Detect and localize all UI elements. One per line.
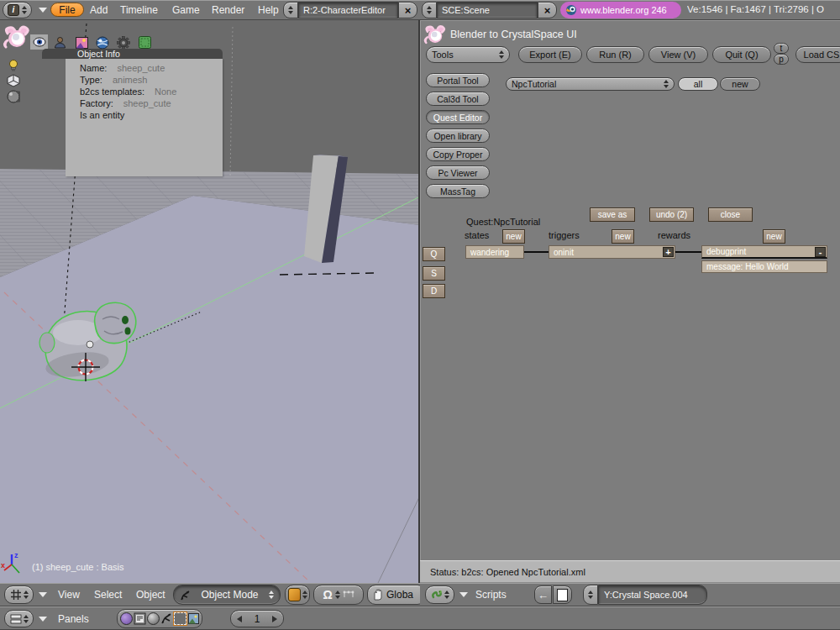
view3d-window-type-button[interactable]: [4, 585, 34, 604]
menu-render[interactable]: Render: [212, 4, 244, 16]
menu-object[interactable]: Object: [136, 589, 165, 601]
panels-menu[interactable]: Panels: [58, 613, 89, 625]
scripts-back-button[interactable]: ←: [534, 585, 552, 604]
menu-timeline[interactable]: Timeline: [120, 4, 158, 16]
frame-stepper[interactable]: 1: [230, 610, 284, 627]
buttons-collapse-triangle[interactable]: [39, 617, 47, 622]
expand-trigger-button[interactable]: +: [663, 247, 674, 257]
quest-selector-stepper[interactable]: [664, 80, 669, 88]
script-icon-actor[interactable]: [52, 35, 67, 50]
menubar-collapse-triangle[interactable]: [39, 8, 47, 13]
screen-close-button[interactable]: ×: [398, 2, 417, 18]
state-node[interactable]: wandering: [465, 245, 524, 259]
menu-help[interactable]: Help: [258, 4, 279, 16]
shading-context-icon[interactable]: [147, 612, 160, 625]
scene-close-button[interactable]: ×: [538, 2, 557, 18]
collapse-reward-button[interactable]: -: [815, 247, 826, 257]
window-type-stepper[interactable]: [22, 6, 27, 14]
script-icon-mesh[interactable]: [137, 35, 152, 50]
new-state-button[interactable]: new: [502, 229, 525, 244]
trigger-node[interactable]: oninit +: [549, 245, 675, 259]
copy-properties-button[interactable]: Copy Proper: [426, 147, 490, 161]
editing-context-icon[interactable]: [174, 612, 186, 625]
run-button[interactable]: Run (R): [586, 46, 644, 63]
scripts-collapse-triangle[interactable]: [459, 592, 468, 597]
panel-tab-object[interactable]: [7, 74, 20, 91]
masstag-button[interactable]: MassTag: [426, 184, 490, 198]
new-trigger-button[interactable]: new: [612, 229, 634, 244]
logic-context-icon[interactable]: [120, 612, 133, 625]
script-icon-eye[interactable]: [30, 34, 48, 50]
texture-context-icon[interactable]: [187, 612, 200, 625]
scripts-menu[interactable]: Scripts: [475, 589, 507, 601]
buttons-window-stepper[interactable]: [24, 615, 29, 623]
screen-selector[interactable]: R:2-CharacterEditor: [298, 2, 398, 18]
undo-button[interactable]: undo (2): [649, 207, 694, 222]
object-info-panel: Name:sheep_cute Type:animesh b2cs templa…: [66, 59, 223, 176]
menu-game[interactable]: Game: [172, 4, 200, 16]
menu-view[interactable]: View: [58, 589, 80, 601]
close-button[interactable]: close: [708, 207, 753, 222]
view3d-window-stepper[interactable]: [24, 591, 29, 599]
script-datablock[interactable]: Y:Crystal Space.004: [598, 585, 707, 605]
object-info-row: Is an entity: [66, 109, 223, 121]
scripts-window-stepper[interactable]: [444, 591, 449, 599]
pc-viewer-button[interactable]: Pc Viewer: [426, 165, 490, 180]
rewards-label: rewards: [658, 230, 690, 240]
tools-dropdown[interactable]: Tools: [426, 46, 510, 63]
blender-logo-icon: [565, 4, 577, 16]
screen-full-button[interactable]: [553, 585, 572, 604]
object-info-header[interactable]: Object Info: [42, 49, 223, 59]
frame-next-arrow[interactable]: [272, 616, 277, 622]
quest-selector-dropdown[interactable]: NpcTutorial: [506, 77, 675, 91]
blender-org-link[interactable]: www.blender.org 246: [560, 2, 681, 18]
file-menu[interactable]: File: [50, 3, 84, 17]
pivot-group[interactable]: Ω: [313, 585, 364, 605]
s-button[interactable]: S: [423, 266, 445, 281]
cal3d-tool-button[interactable]: Cal3d Tool: [426, 92, 490, 106]
orientation-group[interactable]: Globa: [367, 585, 420, 605]
panel-tab-lamp[interactable]: [7, 59, 20, 76]
p-button[interactable]: p: [774, 54, 789, 65]
reward-param-field[interactable]: message: Hello World: [701, 260, 827, 273]
screen-selector-stepper[interactable]: [283, 2, 298, 18]
frame-prev-arrow[interactable]: [237, 616, 242, 622]
new-quest-button[interactable]: new: [720, 77, 760, 91]
script-icon-image[interactable]: [74, 35, 89, 50]
script-context-icon[interactable]: [134, 612, 146, 625]
info-window-type-button[interactable]: i: [3, 2, 32, 18]
buttons-window-type-button[interactable]: [4, 610, 34, 627]
object-context-icon[interactable]: [160, 612, 173, 625]
menu-add[interactable]: Add: [90, 4, 108, 16]
new-reward-button[interactable]: new: [763, 229, 785, 244]
panel-tab-material[interactable]: [7, 90, 20, 107]
view-button[interactable]: View (V): [648, 46, 708, 63]
all-button[interactable]: all: [678, 77, 718, 91]
d-button[interactable]: D: [423, 284, 445, 298]
quit-button[interactable]: Quit (Q): [712, 46, 771, 63]
script-icon-settings[interactable]: [116, 35, 131, 50]
draw-type-button[interactable]: [285, 585, 310, 605]
t-button[interactable]: t: [774, 43, 789, 54]
mode-dropdown[interactable]: Object Mode: [173, 585, 281, 605]
save-as-button[interactable]: save as: [590, 207, 635, 222]
scene-selector-stepper[interactable]: [422, 2, 437, 18]
scripts-window-type-button[interactable]: [425, 585, 454, 604]
mode-stepper[interactable]: [269, 591, 274, 599]
script-icon-world[interactable]: [95, 35, 110, 50]
q-button[interactable]: Q: [423, 247, 445, 261]
script-datablock-stepper[interactable]: [583, 585, 598, 605]
menu-select[interactable]: Select: [94, 589, 122, 601]
reward-node[interactable]: debugprint -: [701, 245, 827, 259]
pivot-stepper[interactable]: [335, 591, 340, 599]
draw-type-stepper[interactable]: [302, 591, 307, 599]
scene-selector[interactable]: SCE:Scene: [437, 2, 538, 18]
portal-tool-button[interactable]: Portal Tool: [426, 73, 490, 87]
export-button[interactable]: Export (E): [518, 46, 582, 63]
open-library-button[interactable]: Open library: [426, 129, 490, 143]
quest-editor-button[interactable]: Quest Editor: [426, 110, 490, 124]
tools-stepper[interactable]: [499, 50, 504, 59]
load-cs-button[interactable]: Load CS: [795, 46, 840, 63]
view3d-collapse-triangle[interactable]: [39, 592, 47, 597]
viewport-3d[interactable]: z x Object Info: [0, 20, 420, 583]
